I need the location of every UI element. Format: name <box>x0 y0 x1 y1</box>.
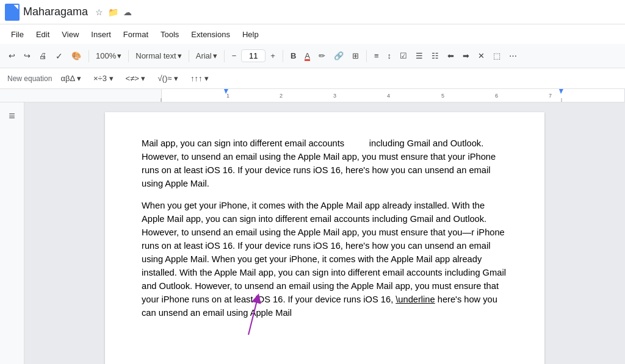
doc-icon <box>5 4 20 21</box>
bullet-list-button[interactable]: ☰ <box>412 49 427 63</box>
image-icon: ⊞ <box>352 51 359 60</box>
decrease-indent-icon: ⬅ <box>447 51 454 60</box>
numbered-list-icon: ☷ <box>432 51 439 60</box>
paint-icon: 🎨 <box>71 51 81 60</box>
menu-format[interactable]: Format <box>117 27 154 41</box>
separator-4 <box>224 50 225 62</box>
more-icon: ⋯ <box>509 51 517 60</box>
zoom-select[interactable]: 100% ▾ <box>93 49 125 62</box>
paint-format-button[interactable]: 🎨 <box>68 49 85 63</box>
font-size-decrease-button[interactable]: − <box>228 49 240 63</box>
link-button[interactable]: 🔗 <box>330 49 347 63</box>
svg-text:1: 1 <box>226 93 229 99</box>
clear-format-icon: ✕ <box>478 51 485 60</box>
svg-text:3: 3 <box>333 93 336 99</box>
more-options-button[interactable]: ⋯ <box>505 49 521 63</box>
font-size-input[interactable] <box>241 49 266 62</box>
less-label: <≠> ▾ <box>126 74 146 83</box>
line-spacing-icon: ↕ <box>388 51 392 60</box>
print-icon: 🖨 <box>39 51 47 60</box>
font-arrow: ▾ <box>213 51 217 60</box>
paragraph-1: Mail app, you can sign into different em… <box>142 137 508 190</box>
menu-file[interactable]: File <box>5 27 30 41</box>
clear-format-button[interactable]: ✕ <box>474 49 488 63</box>
sqrt-button[interactable]: √()≈ ▾ <box>154 73 182 84</box>
ruler-svg: 1 2 3 4 5 6 7 <box>0 89 625 102</box>
ltr-icon: ⬚ <box>493 51 500 60</box>
sidebar-outline-icon[interactable]: ≡ <box>6 107 18 125</box>
link-icon: 🔗 <box>334 51 344 60</box>
bold-button[interactable]: B <box>287 49 300 63</box>
arrow-svg <box>224 292 273 338</box>
font-size-increase-button[interactable]: + <box>267 49 279 63</box>
title-bar: Maharagama ☆ 📁 ☁ <box>0 0 625 24</box>
paragraph-2: When you get your iPhone, it comes with … <box>142 199 508 319</box>
arrow-button[interactable]: ×÷3 ▾ <box>90 73 117 84</box>
menu-view[interactable]: View <box>56 27 85 41</box>
menu-edit[interactable]: Edit <box>30 27 56 41</box>
menu-insert[interactable]: Insert <box>85 27 117 41</box>
svg-line-11 <box>248 298 258 335</box>
alpha-button[interactable]: αβΔ ▾ <box>57 73 85 84</box>
star-button[interactable]: ☆ <box>94 6 104 18</box>
document-page: Mail app, you can sign into different em… <box>105 112 544 364</box>
document-area[interactable]: Mail app, you can sign into different em… <box>24 102 625 364</box>
zoom-value: 100% <box>96 51 116 60</box>
spellcheck-button[interactable]: ✓ <box>52 49 67 63</box>
folder-button[interactable]: 📁 <box>107 6 120 18</box>
separator-5 <box>283 50 283 62</box>
plus-icon: + <box>270 51 275 60</box>
toolbar: ↩ ↪ 🖨 ✓ 🎨 100% ▾ Normal text ▾ Arial ▾ −… <box>0 44 625 68</box>
undo-button[interactable]: ↩ <box>5 49 19 63</box>
menu-tools[interactable]: Tools <box>154 27 185 41</box>
image-button[interactable]: ⊞ <box>349 49 363 63</box>
doc-title: Maharagama <box>23 5 88 18</box>
print-button[interactable]: 🖨 <box>35 49 51 63</box>
font-select[interactable]: Arial ▾ <box>193 49 220 62</box>
up-label: ↑↑↑ ▾ <box>190 74 209 83</box>
highlight-button[interactable]: ✏ <box>315 49 329 63</box>
menu-help[interactable]: Help <box>236 27 265 41</box>
separator-3 <box>189 50 189 62</box>
align-icon: ≡ <box>374 51 379 60</box>
up-button[interactable]: ↑↑↑ ▾ <box>187 73 212 84</box>
separator-2 <box>128 50 129 62</box>
less-button[interactable]: <≠> ▾ <box>122 73 150 84</box>
checklist-icon: ☑ <box>400 51 407 60</box>
cloud-button[interactable]: ☁ <box>122 6 133 18</box>
font-color-icon: A <box>305 51 310 61</box>
bullet-list-icon: ☰ <box>416 51 423 60</box>
redo-button[interactable]: ↪ <box>20 49 34 63</box>
svg-text:7: 7 <box>549 93 552 99</box>
menu-bar: File Edit View Insert Format Tools Exten… <box>0 24 625 44</box>
increase-indent-icon: ➡ <box>463 51 469 60</box>
separator-6 <box>366 50 367 62</box>
style-select[interactable]: Normal text ▾ <box>132 49 184 62</box>
font-color-button[interactable]: A <box>301 49 314 63</box>
underline-text: \underline <box>396 294 435 304</box>
doc-content: Mail app, you can sign into different em… <box>142 137 508 319</box>
line-spacing-button[interactable]: ↕ <box>384 49 396 63</box>
title-icons: ☆ 📁 ☁ <box>94 6 133 18</box>
highlight-icon: ✏ <box>319 51 325 60</box>
zoom-arrow: ▾ <box>117 51 121 60</box>
decrease-indent-button[interactable]: ⬅ <box>444 49 458 63</box>
ruler: 1 2 3 4 5 6 7 <box>0 89 625 102</box>
menu-extensions[interactable]: Extensions <box>185 27 236 41</box>
minus-icon: − <box>232 51 237 60</box>
sidebar: ≡ <box>0 102 24 364</box>
ltr-button[interactable]: ⬚ <box>490 49 504 63</box>
title-bar-left: Maharagama ☆ 📁 ☁ <box>5 4 133 21</box>
style-label: Normal text <box>135 51 176 60</box>
arrow-label: ×÷3 ▾ <box>93 74 114 83</box>
ruler-track: 1 2 3 4 5 6 7 <box>0 89 625 102</box>
svg-text:6: 6 <box>495 93 498 99</box>
undo-icon: ↩ <box>9 51 15 60</box>
checklist-button[interactable]: ☑ <box>396 49 411 63</box>
align-button[interactable]: ≡ <box>370 49 383 63</box>
numbered-list-button[interactable]: ☷ <box>428 49 443 63</box>
separator-1 <box>89 50 89 62</box>
increase-indent-button[interactable]: ➡ <box>459 49 473 63</box>
svg-text:4: 4 <box>387 93 390 99</box>
spellcheck-icon: ✓ <box>56 51 63 61</box>
